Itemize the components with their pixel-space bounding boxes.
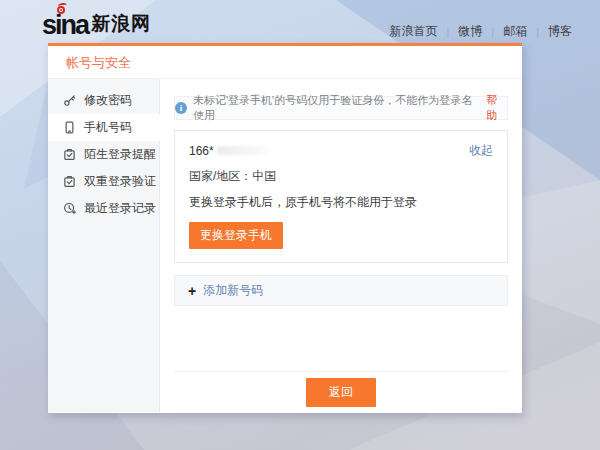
phone-number-text: 166* bbox=[189, 144, 214, 158]
sidebar-item-label: 最近登录记录 bbox=[84, 200, 156, 217]
sidebar-item-unfamiliar-login-alert[interactable]: 陌生登录提醒 bbox=[48, 141, 159, 168]
sidebar-item-change-password[interactable]: 修改密码 bbox=[48, 87, 159, 114]
back-button[interactable]: 返回 bbox=[306, 378, 376, 407]
change-warning-text: 更换登录手机后，原手机号将不能用于登录 bbox=[189, 194, 493, 211]
add-new-number-label: 添加新号码 bbox=[203, 282, 263, 299]
page-title: 帐号与安全 bbox=[48, 46, 522, 79]
change-login-phone-button[interactable]: 更换登录手机 bbox=[189, 222, 283, 249]
sidebar: 修改密码 手机号码 陌生登录提醒 双重登录验证 最近登录记录 bbox=[48, 79, 160, 412]
sidebar-item-label: 手机号码 bbox=[84, 119, 132, 136]
clock-icon bbox=[63, 202, 76, 215]
badge-check-icon bbox=[63, 148, 76, 161]
phone-icon bbox=[63, 121, 76, 134]
nav-link-blog[interactable]: 博客 bbox=[548, 23, 572, 40]
sidebar-item-label: 修改密码 bbox=[84, 92, 132, 109]
top-bar: sina 新浪网 新浪首页 | 微博 | 邮箱 | 博客 bbox=[0, 0, 600, 43]
content-area: i 未标记'登录手机'的号码仅用于验证身份，不能作为登录名使用 帮助 166* … bbox=[160, 79, 522, 412]
sina-logo-text: sina bbox=[42, 13, 88, 37]
info-icon: i bbox=[175, 102, 187, 114]
notice-text: 未标记'登录手机'的号码仅用于验证身份，不能作为登录名使用 bbox=[193, 93, 478, 123]
badge-check-icon bbox=[63, 175, 76, 188]
account-security-panel: 帐号与安全 修改密码 手机号码 陌生登录提醒 双重登录验证 最近登录记录 bbox=[48, 43, 522, 413]
top-nav: 新浪首页 | 微博 | 邮箱 | 博客 bbox=[389, 23, 572, 40]
plus-icon: + bbox=[188, 284, 196, 298]
sidebar-item-label: 陌生登录提醒 bbox=[84, 146, 156, 163]
sina-logo-cn-text: 新浪网 bbox=[91, 11, 151, 37]
sina-eye-icon bbox=[57, 6, 65, 14]
phone-number-card: 166* 收起 国家/地区：中国 更换登录手机后，原手机号将不能用于登录 更换登… bbox=[174, 130, 508, 263]
nav-separator: | bbox=[491, 26, 494, 38]
phone-number-value: 166* bbox=[189, 144, 271, 158]
add-new-number-button[interactable]: + 添加新号码 bbox=[174, 275, 508, 306]
content-footer: 返回 bbox=[174, 371, 508, 412]
nav-link-weibo[interactable]: 微博 bbox=[458, 23, 482, 40]
phone-number-redaction bbox=[217, 146, 271, 155]
collapse-link[interactable]: 收起 bbox=[469, 142, 493, 159]
nav-link-mail[interactable]: 邮箱 bbox=[503, 23, 527, 40]
region-text: 国家/地区：中国 bbox=[189, 168, 493, 185]
sidebar-item-two-step-verification[interactable]: 双重登录验证 bbox=[48, 168, 159, 195]
sina-logo[interactable]: sina 新浪网 bbox=[42, 11, 151, 37]
phone-number-row: 166* 收起 bbox=[189, 142, 493, 159]
panel-body: 修改密码 手机号码 陌生登录提醒 双重登录验证 最近登录记录 i 未 bbox=[48, 79, 522, 412]
help-link[interactable]: 帮助 bbox=[486, 93, 507, 123]
nav-separator: | bbox=[536, 26, 539, 38]
sidebar-item-recent-login-records[interactable]: 最近登录记录 bbox=[48, 195, 159, 222]
sidebar-item-label: 双重登录验证 bbox=[84, 173, 156, 190]
nav-separator: | bbox=[446, 26, 449, 38]
notice-bar: i 未标记'登录手机'的号码仅用于验证身份，不能作为登录名使用 帮助 bbox=[174, 96, 508, 120]
nav-link-home[interactable]: 新浪首页 bbox=[389, 23, 437, 40]
sidebar-item-phone-number[interactable]: 手机号码 bbox=[48, 114, 160, 141]
key-icon bbox=[63, 94, 76, 107]
